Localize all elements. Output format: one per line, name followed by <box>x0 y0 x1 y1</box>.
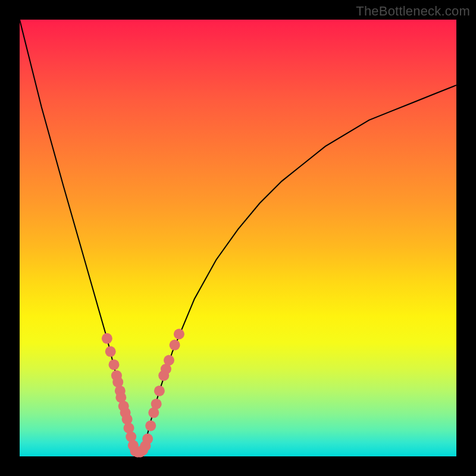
sample-dot <box>102 333 112 344</box>
sample-dot <box>151 399 162 409</box>
watermark-text: TheBottleneck.com <box>356 4 470 19</box>
chart-svg <box>20 20 456 456</box>
sample-dot <box>145 421 156 431</box>
sample-dot <box>164 355 174 366</box>
sample-dot <box>109 359 120 370</box>
plot-area <box>20 20 456 456</box>
sample-dot <box>142 434 153 444</box>
sample-dot <box>105 346 116 357</box>
bottleneck-curve <box>20 20 456 452</box>
sample-dot <box>174 329 184 340</box>
scatter-group <box>102 329 184 458</box>
sample-dot <box>170 340 180 350</box>
outer-frame: TheBottleneck.com <box>0 0 476 476</box>
sample-dot <box>154 386 165 396</box>
